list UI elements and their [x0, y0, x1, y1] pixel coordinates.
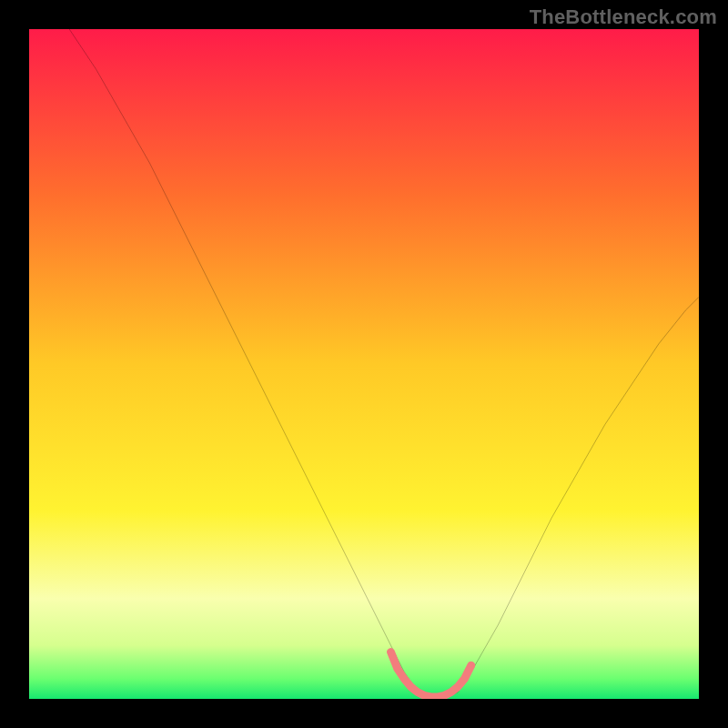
- plot-background: [29, 29, 699, 699]
- chart-frame: TheBottleneck.com: [0, 0, 728, 728]
- watermark-text: TheBottleneck.com: [530, 5, 717, 29]
- bottleneck-plot: [29, 29, 699, 699]
